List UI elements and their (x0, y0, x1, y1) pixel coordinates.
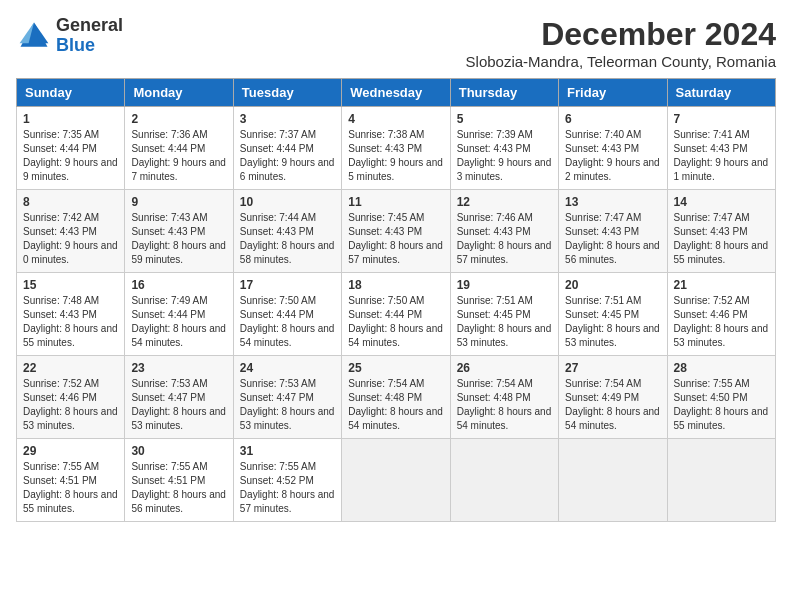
day-number: 15 (23, 278, 118, 292)
day-number: 7 (674, 112, 769, 126)
day-info: Sunrise: 7:45 AMSunset: 4:43 PMDaylight:… (348, 211, 443, 267)
day-cell: 6Sunrise: 7:40 AMSunset: 4:43 PMDaylight… (559, 107, 667, 190)
day-cell: 30Sunrise: 7:55 AMSunset: 4:51 PMDayligh… (125, 439, 233, 522)
day-info: Sunrise: 7:48 AMSunset: 4:43 PMDaylight:… (23, 294, 118, 350)
header: General Blue December 2024 Slobozia-Mand… (16, 16, 776, 70)
calendar-header-row: SundayMondayTuesdayWednesdayThursdayFrid… (17, 79, 776, 107)
day-cell: 9Sunrise: 7:43 AMSunset: 4:43 PMDaylight… (125, 190, 233, 273)
title-area: December 2024 Slobozia-Mandra, Teleorman… (466, 16, 776, 70)
day-cell (559, 439, 667, 522)
day-cell: 21Sunrise: 7:52 AMSunset: 4:46 PMDayligh… (667, 273, 775, 356)
day-cell: 5Sunrise: 7:39 AMSunset: 4:43 PMDaylight… (450, 107, 558, 190)
day-number: 25 (348, 361, 443, 375)
day-number: 11 (348, 195, 443, 209)
day-info: Sunrise: 7:53 AMSunset: 4:47 PMDaylight:… (131, 377, 226, 433)
day-cell: 1Sunrise: 7:35 AMSunset: 4:44 PMDaylight… (17, 107, 125, 190)
day-cell (667, 439, 775, 522)
day-cell: 31Sunrise: 7:55 AMSunset: 4:52 PMDayligh… (233, 439, 341, 522)
day-info: Sunrise: 7:54 AMSunset: 4:48 PMDaylight:… (348, 377, 443, 433)
day-number: 24 (240, 361, 335, 375)
logo-blue: Blue (56, 36, 123, 56)
day-number: 20 (565, 278, 660, 292)
day-cell: 28Sunrise: 7:55 AMSunset: 4:50 PMDayligh… (667, 356, 775, 439)
day-cell: 20Sunrise: 7:51 AMSunset: 4:45 PMDayligh… (559, 273, 667, 356)
day-number: 2 (131, 112, 226, 126)
logo-icon (16, 18, 52, 54)
day-cell: 26Sunrise: 7:54 AMSunset: 4:48 PMDayligh… (450, 356, 558, 439)
day-number: 9 (131, 195, 226, 209)
day-cell: 23Sunrise: 7:53 AMSunset: 4:47 PMDayligh… (125, 356, 233, 439)
day-cell: 10Sunrise: 7:44 AMSunset: 4:43 PMDayligh… (233, 190, 341, 273)
day-cell: 15Sunrise: 7:48 AMSunset: 4:43 PMDayligh… (17, 273, 125, 356)
day-info: Sunrise: 7:38 AMSunset: 4:43 PMDaylight:… (348, 128, 443, 184)
day-info: Sunrise: 7:55 AMSunset: 4:51 PMDaylight:… (23, 460, 118, 516)
day-cell: 4Sunrise: 7:38 AMSunset: 4:43 PMDaylight… (342, 107, 450, 190)
day-number: 12 (457, 195, 552, 209)
day-info: Sunrise: 7:47 AMSunset: 4:43 PMDaylight:… (565, 211, 660, 267)
day-cell: 11Sunrise: 7:45 AMSunset: 4:43 PMDayligh… (342, 190, 450, 273)
day-info: Sunrise: 7:52 AMSunset: 4:46 PMDaylight:… (23, 377, 118, 433)
day-number: 23 (131, 361, 226, 375)
day-info: Sunrise: 7:42 AMSunset: 4:43 PMDaylight:… (23, 211, 118, 267)
logo-text: General Blue (56, 16, 123, 56)
day-info: Sunrise: 7:41 AMSunset: 4:43 PMDaylight:… (674, 128, 769, 184)
day-number: 27 (565, 361, 660, 375)
day-number: 17 (240, 278, 335, 292)
day-info: Sunrise: 7:53 AMSunset: 4:47 PMDaylight:… (240, 377, 335, 433)
day-info: Sunrise: 7:40 AMSunset: 4:43 PMDaylight:… (565, 128, 660, 184)
day-cell: 27Sunrise: 7:54 AMSunset: 4:49 PMDayligh… (559, 356, 667, 439)
day-number: 16 (131, 278, 226, 292)
logo-general: General (56, 16, 123, 36)
header-sunday: Sunday (17, 79, 125, 107)
day-number: 14 (674, 195, 769, 209)
day-cell (342, 439, 450, 522)
day-info: Sunrise: 7:55 AMSunset: 4:50 PMDaylight:… (674, 377, 769, 433)
header-tuesday: Tuesday (233, 79, 341, 107)
day-number: 8 (23, 195, 118, 209)
month-title: December 2024 (466, 16, 776, 53)
day-cell: 29Sunrise: 7:55 AMSunset: 4:51 PMDayligh… (17, 439, 125, 522)
week-row-5: 29Sunrise: 7:55 AMSunset: 4:51 PMDayligh… (17, 439, 776, 522)
day-number: 19 (457, 278, 552, 292)
calendar: SundayMondayTuesdayWednesdayThursdayFrid… (16, 78, 776, 522)
day-info: Sunrise: 7:37 AMSunset: 4:44 PMDaylight:… (240, 128, 335, 184)
header-saturday: Saturday (667, 79, 775, 107)
day-cell: 22Sunrise: 7:52 AMSunset: 4:46 PMDayligh… (17, 356, 125, 439)
day-cell: 13Sunrise: 7:47 AMSunset: 4:43 PMDayligh… (559, 190, 667, 273)
day-cell: 18Sunrise: 7:50 AMSunset: 4:44 PMDayligh… (342, 273, 450, 356)
day-info: Sunrise: 7:54 AMSunset: 4:49 PMDaylight:… (565, 377, 660, 433)
day-info: Sunrise: 7:47 AMSunset: 4:43 PMDaylight:… (674, 211, 769, 267)
day-number: 4 (348, 112, 443, 126)
header-friday: Friday (559, 79, 667, 107)
day-cell: 7Sunrise: 7:41 AMSunset: 4:43 PMDaylight… (667, 107, 775, 190)
day-info: Sunrise: 7:51 AMSunset: 4:45 PMDaylight:… (565, 294, 660, 350)
day-number: 28 (674, 361, 769, 375)
day-info: Sunrise: 7:50 AMSunset: 4:44 PMDaylight:… (348, 294, 443, 350)
day-info: Sunrise: 7:44 AMSunset: 4:43 PMDaylight:… (240, 211, 335, 267)
day-number: 5 (457, 112, 552, 126)
day-info: Sunrise: 7:51 AMSunset: 4:45 PMDaylight:… (457, 294, 552, 350)
day-number: 21 (674, 278, 769, 292)
day-number: 1 (23, 112, 118, 126)
day-cell: 17Sunrise: 7:50 AMSunset: 4:44 PMDayligh… (233, 273, 341, 356)
day-cell: 2Sunrise: 7:36 AMSunset: 4:44 PMDaylight… (125, 107, 233, 190)
week-row-3: 15Sunrise: 7:48 AMSunset: 4:43 PMDayligh… (17, 273, 776, 356)
day-number: 10 (240, 195, 335, 209)
day-info: Sunrise: 7:39 AMSunset: 4:43 PMDaylight:… (457, 128, 552, 184)
day-number: 26 (457, 361, 552, 375)
header-thursday: Thursday (450, 79, 558, 107)
day-cell: 24Sunrise: 7:53 AMSunset: 4:47 PMDayligh… (233, 356, 341, 439)
day-info: Sunrise: 7:46 AMSunset: 4:43 PMDaylight:… (457, 211, 552, 267)
day-number: 6 (565, 112, 660, 126)
day-number: 31 (240, 444, 335, 458)
week-row-4: 22Sunrise: 7:52 AMSunset: 4:46 PMDayligh… (17, 356, 776, 439)
day-info: Sunrise: 7:50 AMSunset: 4:44 PMDaylight:… (240, 294, 335, 350)
week-row-1: 1Sunrise: 7:35 AMSunset: 4:44 PMDaylight… (17, 107, 776, 190)
day-cell: 8Sunrise: 7:42 AMSunset: 4:43 PMDaylight… (17, 190, 125, 273)
day-info: Sunrise: 7:49 AMSunset: 4:44 PMDaylight:… (131, 294, 226, 350)
day-number: 3 (240, 112, 335, 126)
day-number: 18 (348, 278, 443, 292)
day-info: Sunrise: 7:36 AMSunset: 4:44 PMDaylight:… (131, 128, 226, 184)
day-number: 13 (565, 195, 660, 209)
week-row-2: 8Sunrise: 7:42 AMSunset: 4:43 PMDaylight… (17, 190, 776, 273)
